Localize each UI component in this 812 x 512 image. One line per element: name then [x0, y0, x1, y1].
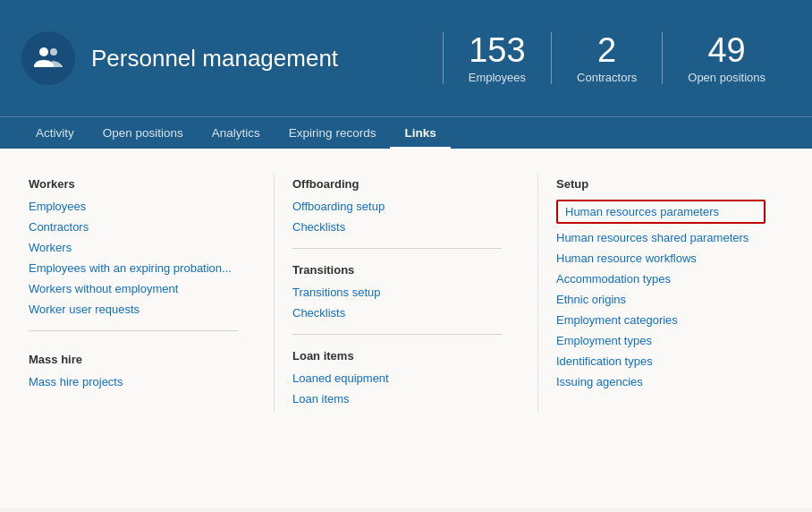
col-divider-1: [274, 174, 275, 413]
link-loaned-equipment[interactable]: Loaned equipment: [292, 371, 502, 385]
workers-divider: [29, 330, 238, 331]
stats-bar: 153 Employees 2 Contractors 49 Open posi…: [443, 32, 791, 85]
link-offboarding-checklists[interactable]: Checklists: [292, 220, 502, 234]
link-issuing-agencies[interactable]: Issuing agencies: [556, 375, 765, 388]
mass-hire-title: Mass hire: [29, 353, 238, 366]
personnel-management-icon: [32, 42, 64, 74]
open-positions-count: 49: [707, 32, 745, 70]
offboarding-divider: [292, 248, 502, 249]
nav-open-positions[interactable]: Open positions: [89, 117, 198, 149]
transitions-section-title: Transitions: [292, 263, 502, 277]
app-icon: [21, 31, 75, 85]
svg-point-1: [50, 48, 57, 55]
loan-items-section-title: Loan items: [292, 349, 502, 363]
setup-column: Setup Human resources parameters Human r…: [556, 174, 783, 413]
employees-label: Employees: [469, 71, 526, 84]
col-divider-2: [537, 174, 538, 413]
link-mass-hire-projects[interactable]: Mass hire projects: [29, 375, 238, 388]
workers-column: Workers Employees Contractors Workers Em…: [29, 174, 256, 413]
link-transitions-setup[interactable]: Transitions setup: [292, 286, 502, 299]
setup-section-title: Setup: [556, 177, 765, 191]
open-positions-label: Open positions: [688, 71, 765, 84]
nav-activity[interactable]: Activity: [21, 117, 89, 149]
link-employment-categories[interactable]: Employment categories: [556, 313, 765, 327]
link-workers[interactable]: Workers: [29, 241, 238, 254]
link-ethnic-origins[interactable]: Ethnic origins: [556, 293, 765, 306]
link-accommodation-types[interactable]: Accommodation types: [556, 272, 765, 286]
link-hr-workflows[interactable]: Human resource workflows: [556, 252, 765, 265]
link-hr-shared-parameters[interactable]: Human resources shared parameters: [556, 231, 765, 244]
link-identification-types[interactable]: Identification types: [556, 354, 765, 368]
main-content: Workers Employees Contractors Workers Em…: [0, 149, 812, 508]
nav-analytics[interactable]: Analytics: [198, 117, 275, 149]
link-transitions-checklists[interactable]: Checklists: [292, 306, 502, 320]
link-worker-user-requests[interactable]: Worker user requests: [29, 303, 238, 316]
nav-links[interactable]: Links: [390, 117, 450, 149]
link-employees[interactable]: Employees: [29, 200, 238, 213]
page-title: Personnel management: [91, 45, 443, 73]
main-nav: Activity Open positions Analytics Expiri…: [0, 116, 812, 149]
contractors-count: 2: [597, 32, 616, 70]
link-expiring-probation[interactable]: Employees with an expiring probation...: [29, 261, 238, 275]
link-employment-types[interactable]: Employment types: [556, 334, 765, 347]
workers-section-title: Workers: [29, 177, 238, 191]
employees-count: 153: [469, 32, 525, 70]
link-offboarding-setup[interactable]: Offboarding setup: [292, 200, 502, 213]
employees-stat: 153 Employees: [443, 32, 551, 85]
offboarding-column: Offboarding Offboarding setup Checklists…: [292, 174, 520, 413]
link-hr-parameters[interactable]: Human resources parameters: [556, 200, 765, 224]
contractors-label: Contractors: [577, 71, 637, 84]
header: Personnel management 153 Employees 2 Con…: [0, 0, 812, 116]
contractors-stat: 2 Contractors: [551, 32, 662, 85]
offboarding-section-title: Offboarding: [292, 177, 502, 191]
open-positions-stat: 49 Open positions: [662, 32, 791, 85]
link-contractors[interactable]: Contractors: [29, 220, 238, 234]
link-loan-items[interactable]: Loan items: [292, 392, 502, 405]
transitions-divider: [292, 334, 502, 335]
link-workers-without-employment[interactable]: Workers without employment: [29, 282, 238, 295]
nav-expiring-records[interactable]: Expiring records: [275, 117, 391, 149]
svg-point-0: [39, 47, 48, 56]
